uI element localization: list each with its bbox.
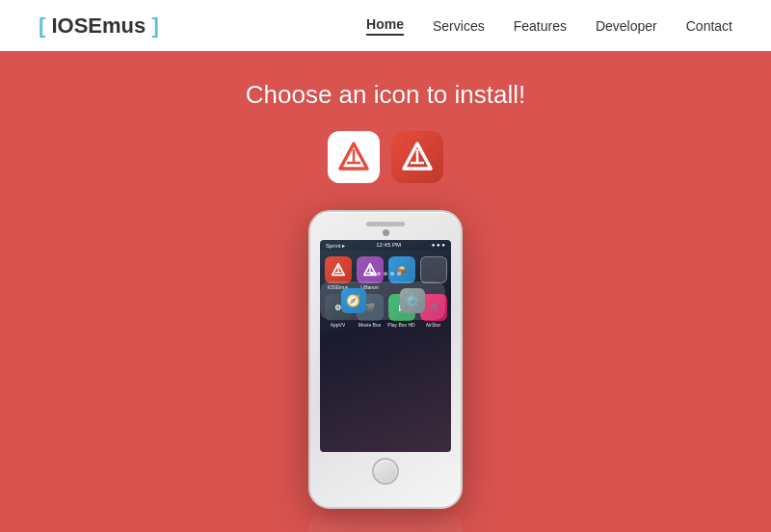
dock-safari[interactable]: 🧭	[341, 288, 366, 313]
main-content: Choose an icon to install!	[0, 51, 771, 509]
page-dots	[370, 272, 401, 276]
phone-mockup: Sprint ▸ 12:45 PM ● ● ● IOSEmus	[308, 210, 463, 509]
dot-1	[370, 272, 374, 276]
battery: ● ● ●	[432, 242, 445, 249]
dot-3	[384, 272, 387, 276]
dock-settings[interactable]: ⚙️	[400, 288, 425, 313]
nav-features[interactable]: Features	[514, 18, 567, 34]
nav-home[interactable]: Home	[366, 16, 404, 36]
phone-dock: 🧭 ⚙️	[320, 281, 445, 320]
nav: Home Services Features Developer Contact	[366, 16, 732, 36]
logo-bracket-open: [	[39, 13, 45, 38]
phone-camera	[383, 229, 389, 236]
logo-bracket-close: ]	[151, 13, 158, 38]
phone-body: Sprint ▸ 12:45 PM ● ● ● IOSEmus	[308, 210, 463, 509]
dot-2	[377, 272, 381, 276]
dot-5	[397, 272, 401, 276]
main-title: Choose an icon to install!	[246, 80, 526, 110]
icon-choice-red[interactable]	[391, 131, 443, 183]
phone-reflection	[308, 509, 463, 532]
header: [ IOSEmus ] Home Services Features Devel…	[0, 0, 771, 51]
nav-developer[interactable]: Developer	[596, 18, 657, 34]
home-button[interactable]	[372, 458, 399, 485]
nav-contact[interactable]: Contact	[686, 18, 732, 34]
phone-screen: Sprint ▸ 12:45 PM ● ● ● IOSEmus	[320, 240, 451, 452]
time: 12:45 PM	[376, 242, 401, 249]
dot-4	[390, 272, 394, 276]
carrier: Sprint ▸	[326, 242, 345, 249]
icon-choices	[328, 131, 443, 183]
icon-choice-white[interactable]	[328, 131, 380, 183]
nav-services[interactable]: Services	[433, 18, 485, 34]
phone-speaker	[366, 222, 405, 226]
logo: [ IOSEmus ]	[39, 13, 159, 39]
logo-name: IOSEmus	[51, 13, 146, 38]
status-bar: Sprint ▸ 12:45 PM ● ● ●	[320, 240, 451, 251]
